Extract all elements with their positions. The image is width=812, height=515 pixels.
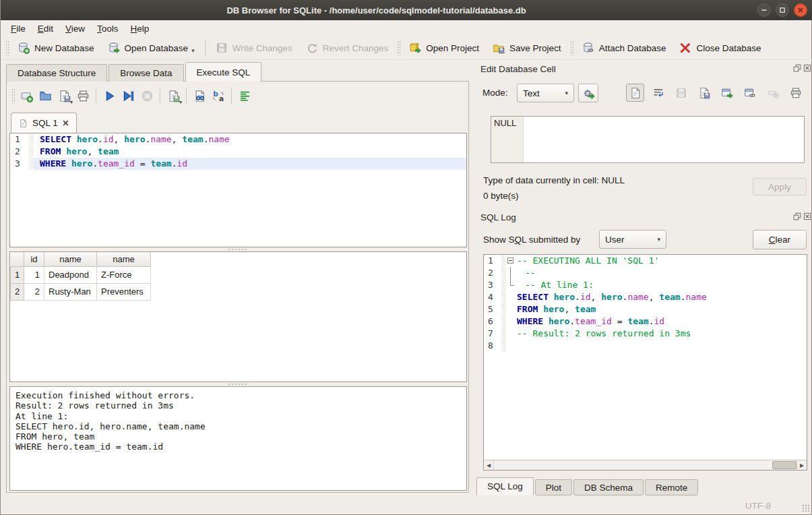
- table-cell[interactable]: 2: [24, 283, 44, 300]
- export-data-button[interactable]: [718, 84, 736, 102]
- log-line-2[interactable]: 2--: [484, 267, 807, 279]
- log-line-8[interactable]: 8: [484, 340, 807, 352]
- minimize-button[interactable]: [757, 3, 771, 17]
- dock-tab-db-schema[interactable]: DB Schema: [573, 479, 644, 495]
- menu-file[interactable]: File: [5, 22, 32, 36]
- fold-margin: [29, 146, 34, 158]
- editor-line-2[interactable]: 2FROM hero, team: [10, 146, 466, 158]
- log-line-1[interactable]: 1-- EXECUTING ALL IN 'SQL 1': [484, 255, 807, 267]
- cell-editor-content[interactable]: [524, 117, 804, 162]
- open-project-button[interactable]: Open Project: [402, 38, 486, 58]
- sql-log-view[interactable]: 1-- EXECUTING ALL IN 'SQL 1'2--3-- At li…: [483, 254, 807, 471]
- code-text: WHERE hero.team_id = team.id: [34, 158, 466, 170]
- close-tab-icon[interactable]: [63, 120, 69, 126]
- open-database-button[interactable]: Open Database▾: [101, 38, 201, 58]
- save-sql-file-button[interactable]: ▾: [55, 87, 73, 104]
- execute-current-line-button[interactable]: [119, 87, 137, 104]
- chevron-down-icon[interactable]: ▾: [191, 47, 195, 54]
- table-cell[interactable]: Z-Force: [97, 266, 151, 283]
- log-line-3[interactable]: 3-- At line 1:: [484, 279, 807, 291]
- execute-all-button[interactable]: [100, 87, 119, 104]
- window-controls: [757, 3, 807, 17]
- table-cell[interactable]: Deadpond: [44, 266, 97, 283]
- dock-tab-plot[interactable]: Plot: [535, 479, 572, 495]
- fold-marker[interactable]: [506, 255, 517, 267]
- print-button[interactable]: [73, 87, 92, 104]
- column-header-id-0[interactable]: id: [24, 252, 44, 266]
- open-sql-file-button[interactable]: [36, 87, 55, 104]
- menu-tools[interactable]: Tools: [91, 22, 125, 36]
- tab-database-structure[interactable]: Database Structure: [6, 64, 107, 82]
- close-button[interactable]: [794, 3, 807, 17]
- scroll-right-icon[interactable]: ▶: [797, 460, 807, 470]
- attach-database-button[interactable]: Attach Database: [575, 38, 673, 58]
- close-database-button[interactable]: Close Database: [673, 38, 768, 58]
- log-line-7[interactable]: 7-- Result: 2 rows returned in 3ms: [484, 328, 807, 340]
- print-cell-button[interactable]: [786, 84, 805, 102]
- resize-grip[interactable]: [801, 504, 810, 512]
- chevron-down-icon[interactable]: ▾: [179, 99, 182, 105]
- editor-line-1[interactable]: 1SELECT hero.id, hero.name, team.name: [10, 133, 466, 146]
- dock-tab-sql-log[interactable]: SQL Log: [476, 477, 534, 495]
- chevron-down-icon: ▾: [565, 90, 568, 96]
- log-horizontal-scrollbar[interactable]: ◀ ▶: [484, 460, 807, 470]
- table-corner-header[interactable]: [11, 252, 24, 266]
- save-project-button[interactable]: Save Project: [486, 38, 568, 58]
- table-cell[interactable]: Rusty-Man: [44, 283, 97, 300]
- row-header[interactable]: 1: [11, 266, 24, 283]
- sql-editor[interactable]: 1SELECT hero.id, hero.name, team.name2FR…: [9, 133, 467, 247]
- submitted-by-dropdown[interactable]: User▾: [599, 230, 666, 249]
- close-dock-icon[interactable]: [803, 64, 811, 72]
- word-wrap-button[interactable]: [649, 84, 667, 102]
- save-results-button[interactable]: ▾: [164, 87, 183, 104]
- table-row[interactable]: 11DeadpondZ-Force: [11, 266, 151, 283]
- revert-changes-icon: [306, 42, 318, 54]
- tab-browse-data[interactable]: Browse Data: [108, 64, 183, 82]
- row-header[interactable]: 2: [11, 283, 24, 300]
- find-button[interactable]: [190, 87, 209, 104]
- table-cell[interactable]: Preventers: [97, 283, 151, 300]
- scrollbar-thumb[interactable]: [772, 461, 797, 469]
- line-number: 7: [484, 328, 501, 340]
- mode-dropdown[interactable]: Text▾: [517, 84, 574, 102]
- cell-editor[interactable]: NULL: [491, 116, 805, 163]
- log-line-6[interactable]: 6WHERE hero.team_id = team.id: [484, 315, 807, 328]
- column-header-name-1[interactable]: name: [44, 252, 97, 266]
- editor-tab-sql1[interactable]: SQL 1: [11, 113, 77, 133]
- link-data-button[interactable]: [741, 84, 759, 102]
- fold-marker: [506, 328, 517, 340]
- replace-button[interactable]: ba: [209, 87, 228, 104]
- menu-view[interactable]: View: [59, 22, 91, 36]
- menu-help[interactable]: Help: [125, 22, 156, 36]
- line-number: 1: [10, 133, 29, 146]
- new-database-button[interactable]: New Database: [11, 38, 101, 58]
- cell-type-info: Type of data currently in cell: NULL: [483, 175, 625, 185]
- log-line-5[interactable]: 5FROM hero, team: [484, 303, 807, 315]
- text-mode-button[interactable]: [626, 84, 644, 102]
- menu-edit[interactable]: Edit: [32, 22, 59, 36]
- apply-settings-button[interactable]: [578, 84, 598, 102]
- tab-execute-sql[interactable]: Execute SQL: [185, 62, 262, 82]
- encoding-indicator[interactable]: UTF-8: [745, 501, 771, 511]
- scroll-left-icon[interactable]: ◀: [484, 460, 494, 470]
- app-window: DB Browser for SQLite - /home/user/code/…: [0, 0, 812, 515]
- float-dock-icon[interactable]: [793, 212, 801, 220]
- format-button[interactable]: [235, 87, 254, 104]
- sql-editor-tab-bar: SQL 1: [11, 113, 77, 133]
- dock-tab-remote[interactable]: Remote: [645, 479, 698, 495]
- maximize-button[interactable]: [776, 3, 789, 17]
- editor-line-3[interactable]: 3WHERE hero.team_id = team.id: [10, 158, 466, 170]
- set-null-button: [763, 84, 782, 102]
- close-dock-icon[interactable]: [803, 212, 811, 220]
- table-row[interactable]: 22Rusty-ManPreventers: [11, 283, 151, 300]
- log-line-4[interactable]: 4SELECT hero.id, hero.name, team.name: [484, 291, 807, 303]
- clear-log-button[interactable]: Clear: [753, 230, 807, 249]
- save-as-button[interactable]: [695, 84, 713, 102]
- table-cell[interactable]: 1: [24, 266, 44, 283]
- float-dock-icon[interactable]: [793, 64, 801, 72]
- chevron-down-icon[interactable]: ▾: [70, 99, 73, 105]
- apply-button[interactable]: Apply: [753, 178, 807, 195]
- new-tab-button[interactable]: [17, 87, 36, 104]
- column-header-name-2[interactable]: name: [97, 252, 151, 266]
- save-project-icon: [493, 42, 505, 54]
